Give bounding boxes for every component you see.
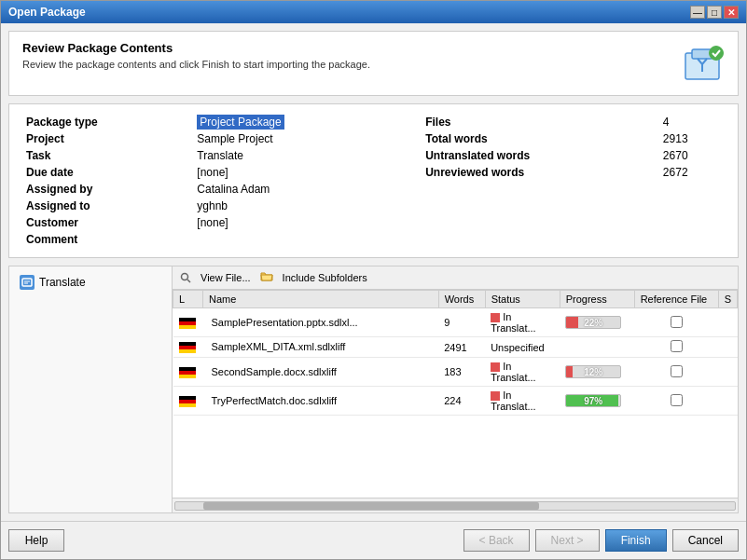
file-name: SecondSample.docx.sdlxliff [212,366,337,377]
task-value: Translate [193,147,384,164]
status-indicator [491,362,500,372]
flag-cell [173,308,203,337]
total-words-label: Total words [422,130,659,147]
package-icon [680,41,725,86]
status-text: Unspecified [491,342,544,353]
file-name: SampleXML_DITA.xml.sdlxliff [212,341,346,352]
package-info-box: Package type Project Package Files 4 Pro… [8,103,739,258]
assigned-to-label: Assigned to [22,198,193,214]
col-header-status[interactable]: Status [485,291,560,308]
sidebar-item-translate[interactable]: Translate [15,272,166,293]
col-header-name[interactable]: Name [203,291,439,308]
file-panel: View File... Include Subfolders L Name W [173,266,738,512]
main-content: Review Package Contents Review the packa… [1,23,746,521]
progress-cell: 12% [560,358,634,387]
progress-label: 12% [566,366,620,378]
flag-cell [173,387,203,416]
s-cell [718,308,737,337]
status-cell: In Translat... [485,308,560,337]
h-scrollbar-thumb[interactable] [203,502,539,510]
svg-point-6 [182,274,188,280]
status-indicator [491,313,500,322]
unreviewed-value: 2672 [659,164,725,181]
progress-bar-container: 22% [565,316,621,329]
col-header-l: L [173,291,203,308]
file-name-cell: TryPerfectMatch.doc.sdlxliff [203,387,439,416]
unreviewed-label: Unreviewed words [422,164,659,181]
table-row[interactable]: SecondSample.docx.sdlxliff183In Translat… [173,358,738,387]
reference-file-cell [634,337,718,358]
project-label: Project [22,130,193,147]
page-title: Review Package Contents [22,41,370,55]
col-header-reference[interactable]: Reference File [634,291,718,308]
reference-file-checkbox[interactable] [671,316,683,328]
folder-icon [260,271,273,284]
footer: Help < Back Next > Finish Cancel [1,521,746,559]
flag-cell [173,337,203,358]
reference-file-checkbox[interactable] [671,340,683,352]
reference-file-checkbox[interactable] [671,394,683,406]
flag-icon [179,342,196,353]
progress-bar-container: 97% [565,394,621,407]
col-header-progress[interactable]: Progress [560,291,634,308]
col-header-words[interactable]: Words [438,291,485,308]
reference-file-checkbox[interactable] [671,365,683,377]
h-scrollbar[interactable] [174,501,736,511]
cancel-button[interactable]: Cancel [672,529,739,552]
task-label: Task [22,147,193,164]
s-cell [718,387,737,416]
files-value: 4 [659,114,725,130]
minimize-button[interactable]: — [690,6,705,19]
reference-file-cell [634,308,718,337]
svg-line-7 [187,280,190,282]
file-name-cell: SamplePresentation.pptx.sdlxl... [203,308,439,337]
status-cell: In Translat... [485,358,560,387]
scrollbar-area[interactable] [173,498,738,512]
progress-bar-container: 12% [565,365,621,378]
file-name: SamplePresentation.pptx.sdlxl... [212,317,358,328]
due-date-value: [none] [193,164,384,181]
table-row[interactable]: SampleXML_DITA.xml.sdlxliff2491Unspecifi… [173,337,738,358]
col-header-s: S [718,291,737,308]
customer-value: [none] [193,214,384,231]
main-window: Open Package — □ ✕ Review Package Conten… [0,0,747,560]
view-file-button[interactable]: View File... [195,270,256,285]
help-button[interactable]: Help [8,529,64,552]
pkg-type-value: Project Package [193,114,384,130]
status-indicator [491,391,500,401]
comment-value [193,231,384,248]
assigned-by-label: Assigned by [22,181,193,198]
close-button[interactable]: ✕ [724,6,739,19]
window-title: Open Package [8,6,86,19]
include-subfolders-button[interactable]: Include Subfolders [277,270,373,285]
untranslated-value: 2670 [659,147,725,164]
flag-icon [179,367,196,378]
pkg-type-label: Package type [22,114,193,130]
files-label: Files [422,114,659,130]
progress-cell [560,337,634,358]
maximize-button[interactable]: □ [707,6,722,19]
flag-icon [179,318,196,329]
header-text: Review Package Contents Review the packa… [22,41,370,70]
finish-button[interactable]: Finish [605,529,667,552]
words-cell: 183 [438,358,485,387]
assigned-by-value: Catalina Adam [193,181,384,198]
file-toolbar: View File... Include Subfolders [173,266,738,290]
header-section: Review Package Contents Review the packa… [8,31,739,96]
reference-file-cell [634,358,718,387]
total-words-value: 2913 [659,130,725,147]
words-cell: 9 [438,308,485,337]
file-list-container[interactable]: L Name Words Status Progress Reference F… [173,290,738,498]
file-table: L Name Words Status Progress Reference F… [173,290,738,416]
page-description: Review the package contents and click Fi… [22,59,370,70]
next-button[interactable]: Next > [535,529,600,552]
comment-label: Comment [22,231,193,248]
progress-label: 97% [566,395,620,407]
table-row[interactable]: TryPerfectMatch.doc.sdlxliff224In Transl… [173,387,738,416]
file-name-cell: SampleXML_DITA.xml.sdlxliff [203,337,439,358]
words-cell: 224 [438,387,485,416]
untranslated-label: Untranslated words [422,147,659,164]
back-button[interactable]: < Back [463,529,530,552]
due-date-label: Due date [22,164,193,181]
table-row[interactable]: SamplePresentation.pptx.sdlxl...9In Tran… [173,308,738,337]
